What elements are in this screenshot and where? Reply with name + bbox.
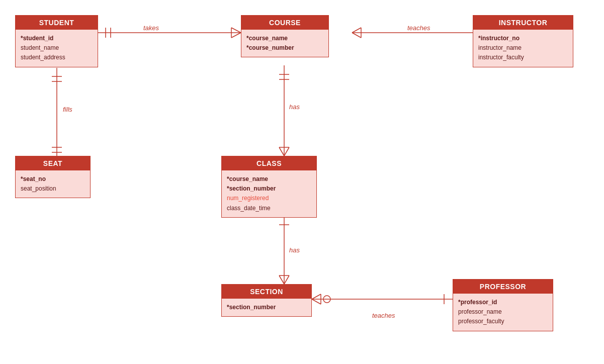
fills-label: fills — [63, 106, 72, 113]
professor-field-0: *professor_id — [458, 298, 548, 307]
section-field-0: *section_number — [227, 303, 306, 312]
student-body: *student_id student_name student_address — [16, 30, 98, 67]
svg-line-9 — [352, 33, 361, 38]
svg-line-25 — [279, 276, 284, 284]
teaches-top-label: teaches — [407, 24, 430, 32]
teaches-bottom-label: teaches — [372, 312, 395, 319]
class-entity: CLASS *course_name *section_number num_r… — [221, 156, 317, 218]
course-field-1: *course_number — [246, 43, 323, 53]
takes-label: takes — [143, 24, 159, 32]
seat-entity: SEAT *seat_no seat_position — [15, 156, 91, 198]
instructor-field-1: instructor_name — [478, 43, 568, 53]
section-header: SECTION — [222, 285, 311, 299]
section-body: *section_number — [222, 299, 311, 316]
seat-field-0: *seat_no — [21, 174, 85, 184]
course-field-0: *course_name — [246, 34, 323, 43]
section-entity: SECTION *section_number — [221, 284, 312, 317]
professor-body: *professor_id professor_name professor_f… — [453, 294, 553, 331]
svg-point-31 — [323, 296, 330, 303]
instructor-field-2: instructor_faculty — [478, 53, 568, 62]
svg-line-30 — [312, 299, 321, 304]
course-entity: COURSE *course_name *course_number — [241, 15, 329, 57]
instructor-body: *instructor_no instructor_name instructo… — [473, 30, 573, 67]
seat-body: *seat_no seat_position — [16, 170, 90, 198]
er-diagram: takes teaches fills has has teaches STUD… — [0, 0, 604, 364]
class-header: CLASS — [222, 156, 316, 170]
svg-line-5 — [231, 33, 241, 38]
svg-line-8 — [352, 28, 361, 33]
svg-line-29 — [312, 294, 321, 299]
instructor-entity: INSTRUCTOR *instructor_no instructor_nam… — [473, 15, 573, 67]
instructor-field-0: *instructor_no — [478, 34, 568, 43]
student-entity: STUDENT *student_id student_name student… — [15, 15, 98, 67]
seat-header: SEAT — [16, 156, 90, 170]
professor-field-1: professor_name — [458, 307, 548, 317]
student-field-2: student_address — [21, 53, 93, 62]
course-body: *course_name *course_number — [241, 30, 328, 57]
svg-line-4 — [231, 28, 241, 33]
class-body: *course_name *section_number num_registe… — [222, 170, 316, 217]
course-header: COURSE — [241, 16, 328, 30]
instructor-header: INSTRUCTOR — [473, 16, 573, 30]
svg-line-20 — [279, 147, 284, 156]
professor-field-2: professor_faculty — [458, 317, 548, 326]
class-field-1: *section_number — [227, 184, 311, 194]
svg-line-21 — [284, 147, 289, 156]
class-field-3: class_date_time — [227, 204, 311, 213]
class-field-0: *course_name — [227, 174, 311, 184]
seat-field-1: seat_position — [21, 184, 85, 194]
professor-header: PROFESSOR — [453, 280, 553, 294]
has-top-label: has — [289, 103, 300, 111]
student-header: STUDENT — [16, 16, 98, 30]
student-field-0: *student_id — [21, 34, 93, 43]
professor-entity: PROFESSOR *professor_id professor_name p… — [453, 279, 553, 331]
has-bottom-label: has — [289, 246, 300, 254]
class-field-2: num_registered — [227, 194, 311, 203]
student-field-1: student_name — [21, 43, 93, 53]
svg-line-26 — [284, 276, 289, 284]
